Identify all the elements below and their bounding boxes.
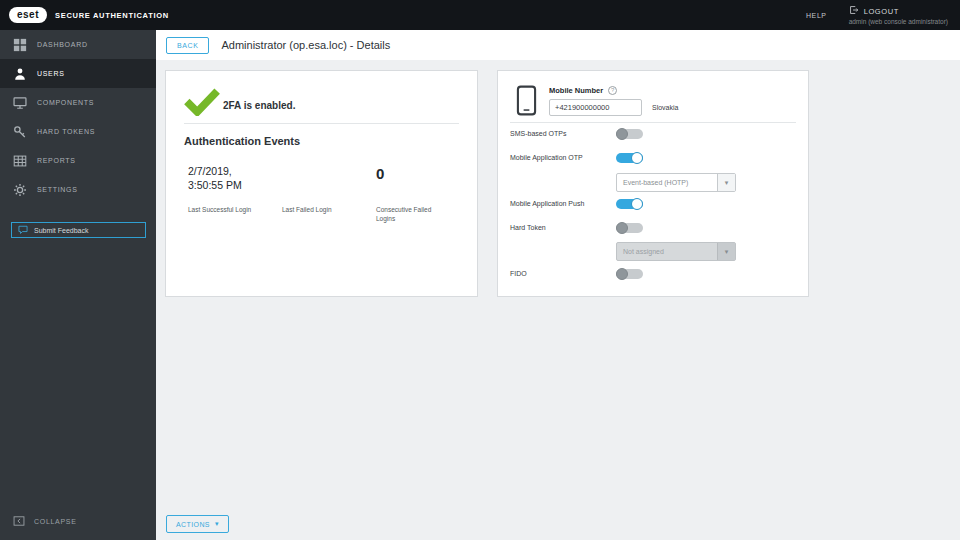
product-name: SECURE AUTHENTICATION [55,11,169,20]
toggle-knob [616,222,628,234]
event-value: 2/7/2019, 3:50:55 PM [188,164,262,192]
mobile-number-label: Mobile Number [549,86,603,95]
divider [510,122,796,123]
hard-token-toggle[interactable] [616,223,643,233]
sidebar-item-label: USERS [37,70,65,77]
mobile-card: Mobile Number ? Slovakia SMS-based OTPs … [497,70,809,297]
page-header: BACK Administrator (op.esa.loc) - Detail… [156,30,960,60]
auth-events-title: Authentication Events [184,135,300,147]
chevron-down-icon: ▾ [717,243,735,260]
mobile-number-input[interactable] [549,99,642,116]
event-label: Last Failed Login [282,205,362,214]
feedback-label: Submit Feedback [34,227,88,234]
sidebar-item-dashboard[interactable]: DASHBOARD [0,30,156,59]
logout-button[interactable]: LOGOUT admin (web console administrator) [849,5,948,25]
sidebar-item-settings[interactable]: SETTINGS [0,175,156,204]
2fa-status-text: 2FA is enabled. [223,100,295,111]
event-value: 0 [376,164,450,184]
topbar: eset SECURE AUTHENTICATION HELP LOGOUT a… [0,0,960,30]
otp-type-value: Event-based (HOTP) [617,174,717,191]
toggle-knob [631,198,643,210]
users-icon [13,67,27,81]
collapse-button[interactable]: COLLAPSE [13,515,77,528]
page-title: Administrator (op.esa.loc) - Details [221,39,390,51]
components-icon [13,96,27,110]
mobile-app-push-label: Mobile Application Push [510,200,616,207]
mobile-app-push-toggle[interactable] [616,199,643,209]
hard-tokens-icon [13,125,27,139]
sms-otp-label: SMS-based OTPs [510,130,616,137]
toggle-knob [616,128,628,140]
divider [184,123,459,124]
mobile-app-otp-toggle[interactable] [616,153,643,163]
toggle-knob [631,152,643,164]
phone-icon [516,85,537,120]
sms-otp-toggle[interactable] [616,129,643,139]
check-icon [184,87,220,120]
sidebar-item-label: COMPONENTS [37,99,94,106]
last-successful-login: 2/7/2019, 3:50:55 PM Last Successful Log… [188,164,262,250]
mobile-app-otp-label: Mobile Application OTP [510,154,616,161]
sidebar-item-reports[interactable]: REPORTS [0,146,156,175]
actions-button[interactable]: ACTIONS ▾ [166,515,229,533]
help-circle-icon[interactable]: ? [608,86,617,95]
hard-token-dropdown: Not assigned ▾ [616,242,736,261]
consecutive-failed-logins: 0 Consecutive Failed Logins [376,164,450,250]
status-card: 2FA is enabled. Authentication Events 2/… [165,70,478,297]
sidebar-item-users[interactable]: USERS [0,59,156,88]
sidebar-item-label: DASHBOARD [37,41,88,48]
actions-label: ACTIONS [176,521,210,528]
event-label: Consecutive Failed Logins [376,205,432,224]
logout-label: LOGOUT [864,7,899,16]
chevron-down-icon[interactable]: ▾ [717,174,735,191]
sidebar-item-label: HARD TOKENS [37,128,95,135]
logout-icon [849,5,859,17]
reports-icon [13,154,27,168]
sidebar: DASHBOARD USERS COMPONENTS HARD TOKENS R… [0,30,156,540]
help-button[interactable]: HELP [806,12,827,19]
main-content: BACK Administrator (op.esa.loc) - Detail… [156,30,960,540]
sidebar-item-label: SETTINGS [37,186,78,193]
back-button[interactable]: BACK [166,37,209,54]
collapse-label: COLLAPSE [34,518,77,525]
sidebar-item-label: REPORTS [37,157,76,164]
chevron-down-icon: ▾ [215,520,219,528]
otp-type-dropdown[interactable]: Event-based (HOTP) ▾ [616,173,736,192]
event-label: Last Successful Login [188,205,268,214]
fido-label: FIDO [510,270,616,277]
eset-logo: eset [9,7,47,23]
dashboard-icon [13,38,27,52]
toggle-knob [616,268,628,280]
collapse-icon [13,515,25,528]
hard-token-value: Not assigned [617,243,717,260]
sidebar-item-components[interactable]: COMPONENTS [0,88,156,117]
settings-icon [13,183,27,197]
submit-feedback-button[interactable]: Submit Feedback [11,222,146,238]
country-label: Slovakia [652,104,678,111]
hard-token-label: Hard Token [510,224,616,231]
feedback-icon [18,225,28,236]
last-failed-login: Last Failed Login [282,164,356,250]
logged-in-user: admin (web console administrator) [849,18,948,25]
sidebar-item-hard-tokens[interactable]: HARD TOKENS [0,117,156,146]
fido-toggle[interactable] [616,269,643,279]
